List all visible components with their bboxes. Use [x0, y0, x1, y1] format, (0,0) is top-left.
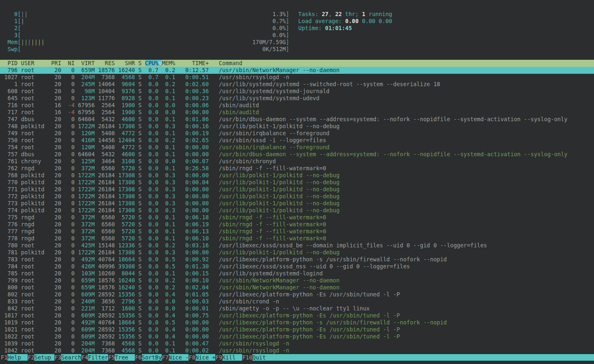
cell-time: 0:00.00 — [179, 193, 209, 200]
process-row-771[interactable]: 771 polkitd 20 0 1722M 26184 17308 S 0.0… — [0, 186, 594, 193]
process-row-747[interactable]: 747 dbus 20 0 64604 5432 4600 S 0.0 0.1 … — [0, 116, 594, 123]
cell-shr: 5720 — [118, 228, 135, 235]
process-row-749[interactable]: 749 root 20 0 120M 5408 4772 S 0.0 0.1 0… — [0, 130, 594, 137]
cell-state: S — [138, 326, 145, 333]
fkey-f2-setup[interactable]: F2Setup — [28, 354, 54, 361]
cell-cpu: 0.0 — [145, 144, 159, 150]
cell-res: 10260 — [98, 270, 118, 277]
fkey-f4-filter[interactable]: F4Filter — [81, 354, 108, 361]
fkey-f7-nice-[interactable]: F7Nice - — [162, 354, 189, 361]
process-row-802[interactable]: 802 root 20 0 609M 28592 15356 S 0.0 0.4… — [0, 291, 594, 298]
cell-user: rngd — [21, 235, 51, 242]
process-row-1042[interactable]: 1042 root 20 0 204M 7368 4568 S 0.0 0.1 … — [0, 347, 594, 354]
cell-command: /usr/sbin/rsyslogd -n — [219, 347, 289, 354]
process-row-780[interactable]: 780 root 20 0 425M 15148 12336 S 0.0 0.2… — [0, 242, 594, 249]
cell-ni: 0 — [64, 249, 74, 256]
fkey-f1-help[interactable]: F1Help — [1, 354, 28, 361]
process-row-754[interactable]: 754 root 20 0 120M 5408 4772 S 0.0 0.1 0… — [0, 144, 594, 151]
process-row-778[interactable]: 778 rngd 20 0 372M 6560 5720 S 0.0 0.1 0… — [0, 235, 594, 242]
process-row-1019[interactable]: 1019 root 20 0 492M 40764 18664 S 0.0 0.… — [0, 319, 594, 326]
process-row-796[interactable]: 796 root 20 0 659M 18576 16240 S 0.7 0.2… — [0, 67, 594, 74]
cell-res: 7368 — [98, 74, 118, 80]
process-row-773[interactable]: 773 polkitd 20 0 1722M 26184 17308 S 0.0… — [0, 200, 594, 207]
process-row-799[interactable]: 799 root 20 0 659M 18576 16240 S 0.0 0.2… — [0, 277, 594, 284]
process-row-608[interactable]: 608 root 20 0 98M 10404 9376 S 0.0 0.1 0… — [0, 88, 594, 95]
fkey-f5-tree[interactable]: F5Tree — [108, 354, 135, 361]
pad — [1, 32, 7, 38]
cell-mem: 0.2 — [162, 242, 175, 249]
cell-user: root — [21, 256, 51, 263]
column-cpu-label[interactable]: CPU% — [145, 60, 159, 66]
cell-state: S — [138, 284, 145, 291]
column-time[interactable]: TIME+ — [179, 60, 209, 66]
cell-ni: 0 — [64, 270, 74, 277]
cell-state: S — [138, 221, 145, 228]
process-row-783[interactable]: 783 root 20 0 492M 40764 18664 S 0.0 0.5… — [0, 256, 594, 263]
process-row-761[interactable]: 761 chrony 20 0 125M 3464 3108 S 0.0 0.0… — [0, 158, 594, 165]
process-row-784[interactable]: 784 root 20 0 426M 40996 39308 S 0.0 0.5… — [0, 263, 594, 270]
process-row-1021[interactable]: 1021 root 20 0 609M 28592 15356 S 0.0 0.… — [0, 326, 594, 333]
cell-res: 26184 — [98, 179, 118, 186]
process-row-1017[interactable]: 1017 root 20 0 609M 28592 15356 S 0.0 0.… — [0, 312, 594, 319]
process-row-1027[interactable]: 1027 root 20 0 204M 7368 4568 S 0.7 0.1 … — [0, 74, 594, 81]
column-user[interactable]: USER — [21, 60, 51, 66]
pad — [75, 165, 78, 171]
column-mem[interactable]: MEM% — [162, 60, 179, 66]
pad — [75, 235, 78, 242]
cpu-meter-1-label: 1 — [7, 18, 17, 24]
cell-cpu: 0.0 — [145, 172, 159, 178]
cell-command: /sbin/rngd -f --fill-watermark=0 — [219, 235, 326, 242]
cell-time: 0:06.13 — [179, 228, 209, 235]
process-row-776[interactable]: 776 rngd 20 0 372M 6560 5720 S 0.0 0.1 0… — [0, 221, 594, 228]
process-row-716[interactable]: 716 root 16 -4 67956 2564 1900 S 0.0 0.0… — [0, 102, 594, 109]
process-row-645[interactable]: 645 root 20 0 123M 11776 8928 S 0.0 0.1 … — [0, 95, 594, 102]
fkey-f3-search[interactable]: F3Search — [54, 354, 81, 361]
process-row-833[interactable]: 833 root 20 0 240M 3656 2796 S 0.0 0.0 0… — [0, 298, 594, 305]
column-state[interactable]: S — [138, 60, 145, 66]
cell-res: 6560 — [98, 228, 118, 235]
process-row-775[interactable]: 775 rngd 20 0 372M 6560 5720 S 0.0 0.1 0… — [0, 214, 594, 221]
pad — [95, 193, 98, 200]
column-res[interactable]: RES — [98, 60, 118, 66]
cell-state: S — [138, 291, 145, 298]
process-row-781[interactable]: 781 polkitd 20 0 1722M 26184 17308 S 0.0… — [0, 249, 594, 256]
process-row-777[interactable]: 777 rngd 20 0 372M 6560 5720 S 0.0 0.1 0… — [0, 228, 594, 235]
cell-pid: 785 — [1, 270, 21, 277]
process-row-1022[interactable]: 1022 root 20 0 609M 28592 15356 S 0.0 0.… — [0, 333, 594, 340]
process-row-750[interactable]: 750 root 20 0 416M 14456 12404 S 0.0 0.2… — [0, 137, 594, 144]
column-pid[interactable]: PID — [1, 60, 21, 66]
cell-shr: 9604 — [118, 81, 135, 87]
process-row-842[interactable]: 842 root 20 0 221M 1712 1600 S 0.0 0.0 0… — [0, 305, 594, 312]
column-ni[interactable]: NI — [64, 60, 78, 66]
process-row-1039[interactable]: 1039 root 20 0 204M 7368 4568 S 0.0 0.1 … — [0, 340, 594, 347]
process-row-800[interactable]: 800 root 20 0 659M 18576 16240 S 0.0 0.2… — [0, 284, 594, 291]
column-virt[interactable]: VIRT — [78, 60, 98, 66]
cell-virt: 372M — [78, 228, 95, 235]
fkey-f10-quit[interactable]: F10Quit — [242, 354, 594, 361]
cell-user: root — [21, 242, 51, 249]
process-row-774[interactable]: 774 polkitd 20 0 1722M 26184 17308 S 0.0… — [0, 207, 594, 214]
process-row-762[interactable]: 762 rngd 20 0 372M 6560 5720 S 0.0 0.1 0… — [0, 165, 594, 172]
process-row-757[interactable]: 757 dbus 20 0 64604 5432 4600 S 0.0 0.1 … — [0, 151, 594, 158]
process-row-770[interactable]: 770 polkitd 20 0 1722M 26184 17308 S 0.0… — [0, 179, 594, 186]
column-command[interactable]: Command — [219, 60, 242, 66]
fkey-f8-nice+[interactable]: F8Nice + — [189, 354, 215, 361]
column-pri[interactable]: PRI — [51, 60, 65, 66]
process-row-1[interactable]: 1 root 20 0 245M 14064 9604 S 0.0 0.2 0:… — [0, 81, 594, 88]
fkey-f6-sortby[interactable]: F6SortBy — [135, 354, 162, 361]
cell-user: polkitd — [21, 179, 51, 186]
column-cpu-sorted[interactable]: CPU%▽ — [145, 60, 162, 66]
process-row-768[interactable]: 768 polkitd 20 0 1722M 26184 17308 S 0.0… — [0, 172, 594, 179]
cell-state: S — [138, 81, 145, 87]
fkey-f9-kill[interactable]: F9Kill — [215, 354, 242, 361]
process-row-717[interactable]: 717 root 16 -4 67956 2564 1900 S 0.0 0.0… — [0, 109, 594, 116]
cell-pid: 748 — [1, 123, 21, 129]
column-shr[interactable]: SHR — [118, 60, 139, 66]
cell-state: S — [138, 270, 145, 277]
process-table-header[interactable]: PID USER PRI NI VIRT RES SHR S CPU%▽MEM%… — [0, 60, 594, 67]
cell-user: dbus — [21, 151, 51, 157]
cell-mem: 0.5 — [162, 319, 175, 326]
process-row-785[interactable]: 785 root 20 0 103M 10260 8044 S 0.0 0.1 … — [0, 270, 594, 277]
process-row-772[interactable]: 772 polkitd 20 0 1722M 26184 17308 S 0.0… — [0, 193, 594, 200]
process-row-748[interactable]: 748 polkitd 20 0 1722M 26184 17308 S 0.0… — [0, 123, 594, 130]
